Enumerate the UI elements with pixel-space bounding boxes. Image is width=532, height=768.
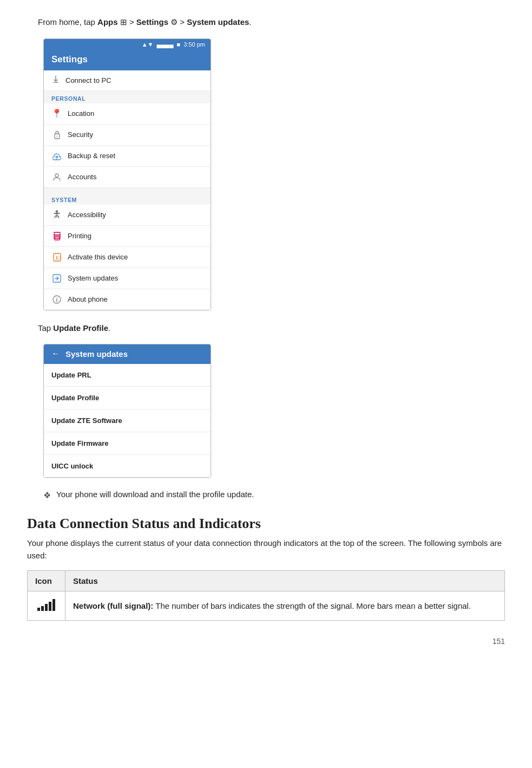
page-number: 151 [27,637,505,646]
phone-header: Settings [44,50,211,70]
backup-item[interactable]: Backup & reset [44,146,211,167]
sysupdate-title: System updates [65,349,128,359]
signal-bar-4 [49,602,51,611]
svg-text:1:1: 1:1 [55,255,61,261]
svg-rect-4 [54,232,60,235]
sysupdate-item-update-prl[interactable]: Update PRL [44,364,211,387]
svg-point-3 [56,211,58,212]
phone-body: Connect to PC PERSONAL 📍 Location Securi… [44,70,211,310]
statusbar-bars: ▄▄▄▄ [156,41,173,48]
step-1-app-icon: ⊞ [118,17,129,27]
table-cell-icon [28,591,65,621]
step-1-system-updates: System updates [187,17,249,27]
location-label: Location [68,109,94,118]
signal-bar-5 [52,599,55,611]
system-updates-item[interactable]: System updates [44,268,211,289]
accessibility-item[interactable]: Accessibility [44,205,211,226]
step-1-settings-icon: ⚙ [168,17,180,27]
step-2-update-profile: Update Profile [53,323,108,333]
bullet-text: Your phone will download and install the… [56,490,254,499]
system-updates-label: System updates [68,274,118,282]
step-2-prefix: Tap [38,323,53,333]
svg-point-11 [56,297,57,298]
accessibility-icon [51,210,62,220]
location-item[interactable]: 📍 Location [44,103,211,125]
step-1-apps: Apps [97,17,118,27]
signal-bar-1 [37,608,40,611]
data-table: Icon Status Network (full signal): The n… [27,570,505,621]
phone-statusbar: ▲▼ ▄▄▄▄ ■ 3:50 pm [44,39,211,50]
sysupdate-item-update-zte[interactable]: Update ZTE Software [44,409,211,432]
statusbar-time: 3:50 pm [183,41,205,48]
usb-icon [51,75,60,86]
phone-title: Settings [51,54,88,64]
accounts-icon [51,172,62,183]
personal-section-header: PERSONAL [44,91,211,103]
bullet-diamond-icon: ❖ [43,490,51,500]
sysupdate-item-uicc[interactable]: UICC unlock [44,455,211,477]
signal-bar-2 [41,606,44,611]
accessibility-label: Accessibility [68,211,106,219]
location-icon: 📍 [51,108,62,119]
table-status-bold: Network (full signal): [73,601,153,610]
update-firmware-label: Update Firmware [51,439,108,447]
table-row: Network (full signal): The number of bar… [28,591,505,621]
sysupdate-item-update-firmware[interactable]: Update Firmware [44,432,211,455]
activate-device-item[interactable]: 1:1 Activate this device [44,247,211,268]
activate-device-label: Activate this device [68,253,128,261]
svg-point-6 [58,236,59,237]
step-1-period: . [249,17,251,27]
connect-to-pc-label: Connect to PC [65,76,111,84]
phone-mockup-1: ▲▼ ▄▄▄▄ ■ 3:50 pm Settings Connect to PC… [43,38,211,310]
table-status-text: The number of bars indicates the strengt… [155,601,471,610]
svg-point-2 [55,174,58,177]
svg-point-1 [56,136,57,137]
step-2-line: Tap Update Profile. [27,322,505,335]
sysupdate-item-update-profile[interactable]: Update Profile [44,387,211,409]
step-1-sep2: > [180,17,187,27]
about-phone-item[interactable]: About phone [44,289,211,310]
table-header-status: Status [65,571,505,591]
backup-label: Backup & reset [68,152,115,160]
signal-bar-3 [45,604,48,611]
update-zte-label: Update ZTE Software [51,416,122,425]
connect-to-pc-item[interactable]: Connect to PC [44,70,211,91]
section-divider [44,188,211,192]
backup-icon [51,151,62,161]
section-desc: Your phone displays the current status o… [27,537,505,562]
bullet-section: ❖ Your phone will download and install t… [43,490,505,500]
uicc-unlock-label: UICC unlock [51,462,93,470]
statusbar-battery: ■ [177,41,181,48]
activate-device-icon: 1:1 [51,252,62,263]
update-prl-label: Update PRL [51,371,91,379]
printing-label: Printing [68,232,91,240]
security-item[interactable]: Security [44,125,211,146]
sysupdate-header: ← System updates [44,344,211,364]
printing-item[interactable]: Printing [44,226,211,247]
section-heading: Data Connection Status and Indicators [27,516,505,532]
security-label: Security [68,131,93,139]
security-icon [51,129,62,140]
step-1-sep1: > [129,17,136,27]
table-cell-status: Network (full signal): The number of bar… [65,591,505,621]
back-arrow-icon[interactable]: ← [51,349,60,359]
statusbar-signal: ▲▼ [142,41,154,48]
update-profile-label: Update Profile [51,394,99,402]
step-1-line: From home, tap Apps ⊞ > Settings ⚙ > Sys… [27,16,505,29]
step-1-prefix: From home, tap [38,17,97,27]
phone-mockup-2: ← System updates Update PRL Update Profi… [43,344,211,478]
accounts-item[interactable]: Accounts [44,167,211,188]
signal-bars-icon [37,599,55,611]
table-header-icon: Icon [28,571,65,591]
accounts-label: Accounts [68,173,96,181]
about-phone-label: About phone [68,295,108,303]
printing-icon [51,231,62,242]
step-2-period: . [108,323,110,333]
about-phone-icon [51,294,62,305]
system-section-header: SYSTEM [44,192,211,205]
system-updates-icon [51,273,62,284]
step-1-settings: Settings [136,17,168,27]
